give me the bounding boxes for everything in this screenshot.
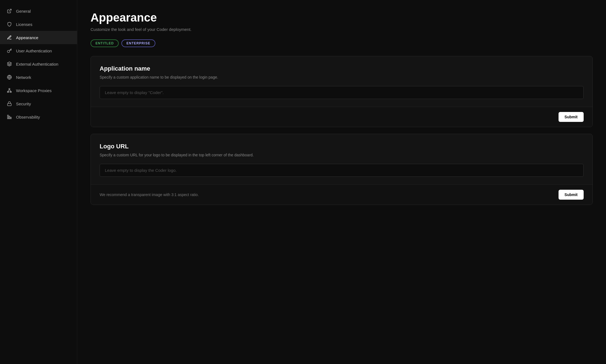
sidebar-label-observability: Observability xyxy=(16,115,40,119)
main-content: Appearance Customize the look and feel o… xyxy=(77,0,606,364)
logo-url-title: Logo URL xyxy=(100,143,584,150)
sidebar-item-general[interactable]: General xyxy=(0,4,77,18)
lock-icon xyxy=(7,101,12,106)
badge-container: ENTITLED ENTERPRISE xyxy=(91,39,593,47)
globe-icon xyxy=(7,74,12,80)
shield-icon xyxy=(7,22,12,27)
sidebar-label-workspace-proxies: Workspace Proxies xyxy=(16,88,52,93)
bar-chart-icon xyxy=(7,114,12,120)
logo-url-card: Logo URL Specify a custom URL for your l… xyxy=(91,134,593,205)
svg-line-8 xyxy=(9,90,11,91)
logo-url-input[interactable] xyxy=(100,164,584,177)
application-name-input[interactable] xyxy=(100,86,584,99)
application-name-card-body: Application name Specify a custom applic… xyxy=(91,56,592,107)
svg-rect-12 xyxy=(9,116,10,119)
svg-rect-13 xyxy=(10,117,11,119)
badge-enterprise: ENTERPRISE xyxy=(121,39,155,47)
page-title: Appearance xyxy=(91,11,593,24)
sidebar-item-external-authentication[interactable]: External Authentication xyxy=(0,57,77,71)
sidebar-label-licenses: Licenses xyxy=(16,22,32,27)
diamond-icon xyxy=(7,61,12,67)
external-link-icon xyxy=(7,8,12,14)
logo-url-footer-note: We recommend a transparent image with 3:… xyxy=(100,192,199,197)
sidebar-item-security[interactable]: Security xyxy=(0,97,77,110)
badge-entitled: ENTITLED xyxy=(91,39,119,47)
sidebar-item-appearance[interactable]: Appearance xyxy=(0,31,77,44)
hub-icon xyxy=(7,88,12,93)
logo-url-footer: We recommend a transparent image with 3:… xyxy=(91,184,592,205)
svg-rect-10 xyxy=(7,103,11,106)
pen-icon xyxy=(7,35,12,40)
sidebar: General Licenses Appearance User Authent… xyxy=(0,0,77,364)
sidebar-item-licenses[interactable]: Licenses xyxy=(0,18,77,31)
sidebar-label-appearance: Appearance xyxy=(16,35,38,40)
page-subtitle: Customize the look and feel of your Code… xyxy=(91,27,593,32)
sidebar-label-external-auth: External Authentication xyxy=(16,62,58,66)
sidebar-label-network: Network xyxy=(16,75,31,80)
key-icon xyxy=(7,48,12,53)
application-name-footer: Submit xyxy=(91,107,592,127)
svg-line-0 xyxy=(9,9,11,11)
application-name-card: Application name Specify a custom applic… xyxy=(91,56,593,127)
sidebar-label-security: Security xyxy=(16,101,31,106)
sidebar-item-workspace-proxies[interactable]: Workspace Proxies xyxy=(0,84,77,97)
svg-line-7 xyxy=(8,90,9,91)
logo-url-card-body: Logo URL Specify a custom URL for your l… xyxy=(91,134,592,184)
svg-rect-11 xyxy=(7,115,8,119)
logo-url-description: Specify a custom URL for your logo to be… xyxy=(100,153,584,157)
sidebar-label-general: General xyxy=(16,9,31,14)
sidebar-item-user-authentication[interactable]: User Authentication xyxy=(0,44,77,57)
application-name-title: Application name xyxy=(100,65,584,72)
sidebar-item-network[interactable]: Network xyxy=(0,71,77,84)
svg-marker-1 xyxy=(7,62,12,64)
application-name-description: Specify a custom application name to be … xyxy=(100,75,584,79)
sidebar-item-observability[interactable]: Observability xyxy=(0,110,77,124)
logo-url-submit-button[interactable]: Submit xyxy=(559,190,584,200)
application-name-submit-button[interactable]: Submit xyxy=(559,112,584,122)
sidebar-label-user-auth: User Authentication xyxy=(16,49,52,53)
